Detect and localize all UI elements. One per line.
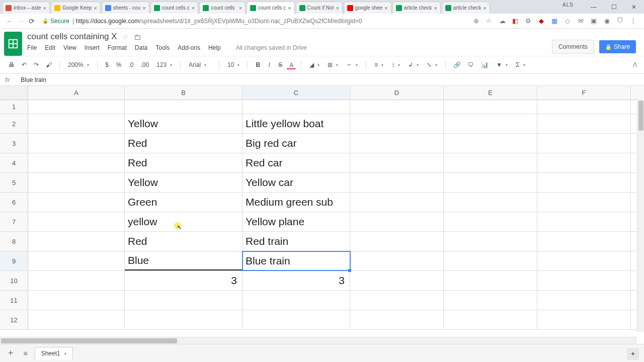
cell[interactable]: Red xyxy=(125,134,243,153)
comments-button[interactable]: Comments xyxy=(552,40,594,54)
browser-tab[interactable]: google shee× xyxy=(344,2,391,14)
cell[interactable]: Red xyxy=(125,232,243,251)
col-header-E[interactable]: E xyxy=(444,86,537,100)
cell[interactable] xyxy=(28,173,125,192)
close-icon[interactable]: × xyxy=(239,5,242,11)
folder-icon[interactable]: 🗀 xyxy=(134,33,141,41)
redo-icon[interactable]: ↷ xyxy=(31,60,41,70)
menu-format[interactable]: Format xyxy=(108,44,127,51)
row-header[interactable]: 11 xyxy=(0,291,28,310)
cell[interactable]: Yellow plane xyxy=(243,212,350,231)
halign-icon[interactable]: ≡ xyxy=(371,60,386,70)
browser-tab[interactable]: article check× xyxy=(442,2,490,14)
cell[interactable] xyxy=(350,251,444,270)
close-icon[interactable]: × xyxy=(94,5,97,11)
cell[interactable] xyxy=(537,153,631,172)
row-header[interactable]: 2 xyxy=(0,114,28,133)
row-header[interactable]: 3 xyxy=(0,134,28,153)
cell[interactable] xyxy=(125,100,243,114)
row-header[interactable]: 7 xyxy=(0,212,28,231)
browser-tab[interactable]: count cells× xyxy=(199,2,246,14)
ext-icon[interactable]: ☁ xyxy=(498,17,506,25)
cell[interactable] xyxy=(537,100,631,114)
cell[interactable]: Yellow car xyxy=(243,173,350,192)
zoom-select[interactable]: 200% xyxy=(65,60,92,70)
row-header[interactable]: 5 xyxy=(0,173,28,192)
menu-icon[interactable]: ⋮ xyxy=(629,17,637,25)
minimize-icon[interactable]: — xyxy=(584,4,604,11)
borders-icon[interactable]: ⊞ xyxy=(325,60,341,70)
cell[interactable]: Big red car xyxy=(243,134,350,153)
cell[interactable] xyxy=(444,212,537,231)
font-select[interactable]: Arial xyxy=(186,60,214,70)
cell[interactable] xyxy=(537,114,631,133)
cell[interactable] xyxy=(444,193,537,212)
close-icon[interactable]: × xyxy=(142,5,145,11)
close-icon[interactable]: × xyxy=(336,5,339,11)
valign-icon[interactable]: ↕ xyxy=(388,60,403,70)
close-icon[interactable]: × xyxy=(288,5,291,11)
filter-icon[interactable]: ▼ xyxy=(493,60,511,70)
cell[interactable] xyxy=(444,134,537,153)
ext-icon[interactable]: ◉ xyxy=(603,17,611,25)
collapse-toolbar-icon[interactable]: ᐱ xyxy=(633,61,637,68)
menu-insert[interactable]: Insert xyxy=(85,44,100,51)
select-all-corner[interactable] xyxy=(0,86,28,100)
cell[interactable] xyxy=(444,173,537,192)
formula-value[interactable]: Blue train xyxy=(21,76,46,83)
decrease-dec-icon[interactable]: .0 xyxy=(126,60,136,70)
more-formats-select[interactable]: 123 xyxy=(153,60,175,70)
comment-icon[interactable]: 🗨 xyxy=(465,60,476,70)
cell[interactable] xyxy=(125,310,243,329)
vertical-scrollbar[interactable] xyxy=(637,100,644,332)
merge-icon[interactable]: ⫟ xyxy=(343,60,361,70)
undo-icon[interactable]: ↶ xyxy=(19,60,29,70)
font-size-select[interactable]: 10 xyxy=(224,60,243,70)
menu-file[interactable]: File xyxy=(27,44,37,51)
forward-icon[interactable]: → xyxy=(15,17,26,25)
back-icon[interactable]: ← xyxy=(4,17,15,25)
cell[interactable] xyxy=(537,251,631,270)
row-header[interactable]: 12 xyxy=(0,310,28,329)
row-header[interactable]: 6 xyxy=(0,193,28,212)
row-header[interactable]: 10 xyxy=(0,271,28,290)
cell[interactable] xyxy=(350,173,444,192)
menu-tools[interactable]: Tools xyxy=(155,44,170,51)
cell[interactable] xyxy=(537,212,631,231)
row-header[interactable]: 9 xyxy=(0,251,28,270)
italic-icon[interactable]: I xyxy=(265,60,274,70)
browser-tab[interactable]: count cells c× xyxy=(150,2,198,14)
ext-icon[interactable]: ◧ xyxy=(511,17,519,25)
ext-icon[interactable]: ◆ xyxy=(537,17,545,25)
cell[interactable] xyxy=(537,310,631,329)
cell[interactable] xyxy=(28,193,125,212)
cell[interactable] xyxy=(28,310,125,329)
all-sheets-icon[interactable]: ≡ xyxy=(21,349,31,357)
cell[interactable] xyxy=(350,193,444,212)
col-header-C[interactable]: C xyxy=(243,86,350,100)
col-header-D[interactable]: D xyxy=(350,86,444,100)
cell-selected[interactable]: Blue train xyxy=(243,251,350,270)
cell[interactable] xyxy=(537,173,631,192)
chart-icon[interactable]: 📊 xyxy=(478,60,491,70)
close-icon[interactable]: ✕ xyxy=(624,4,644,11)
cell[interactable] xyxy=(444,114,537,133)
cell[interactable] xyxy=(28,134,125,153)
share-button[interactable]: Share xyxy=(599,40,636,53)
sheet-tab[interactable]: Sheet1 xyxy=(35,347,73,359)
currency-icon[interactable]: $ xyxy=(103,60,112,70)
fill-color-icon[interactable]: ◢ xyxy=(306,60,323,70)
star-icon[interactable]: ☆ xyxy=(122,33,129,41)
strike-icon[interactable]: S xyxy=(276,60,285,70)
cell[interactable] xyxy=(537,232,631,251)
cell[interactable]: Red car xyxy=(243,153,350,172)
browser-tab[interactable]: Google Keep× xyxy=(51,2,101,14)
formula-bar[interactable]: fx Blue train xyxy=(0,74,644,86)
col-header-A[interactable]: A xyxy=(28,86,125,100)
horizontal-scrollbar[interactable] xyxy=(0,337,637,344)
cell[interactable] xyxy=(537,291,631,310)
browser-tab[interactable]: Inbox – aste× xyxy=(2,2,50,14)
close-icon[interactable]: × xyxy=(483,5,486,11)
cell[interactable]: Medium green sub xyxy=(243,193,350,212)
cell[interactable] xyxy=(28,114,125,133)
